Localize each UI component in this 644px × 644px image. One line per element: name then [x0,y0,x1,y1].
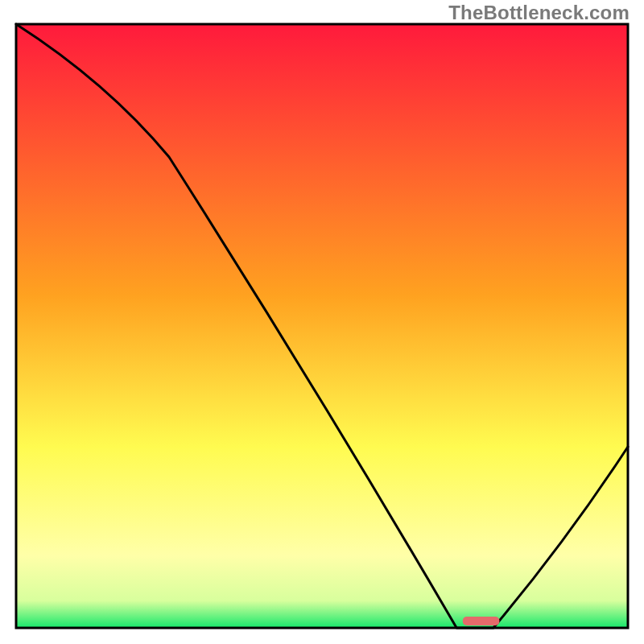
bottleneck-chart [0,0,644,644]
chart-container: { "watermark": "TheBottleneck.com", "cha… [0,0,644,644]
plot-background [16,24,628,628]
optimal-marker [463,617,500,625]
plot-area [16,24,628,628]
